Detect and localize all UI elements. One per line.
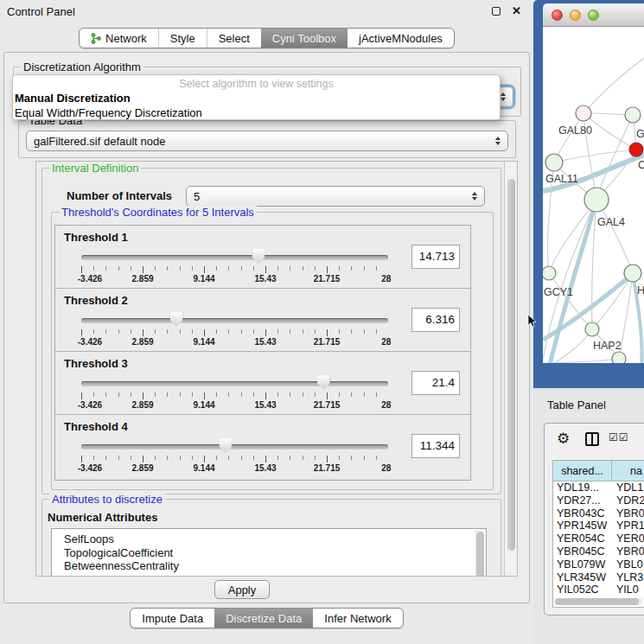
close-icon[interactable]: ✕: [512, 4, 521, 17]
maximize-traffic-light-icon[interactable]: [588, 10, 599, 21]
threshold-2-value-field[interactable]: 6.316: [411, 308, 460, 332]
table-row[interactable]: YIL052CYIL0: [553, 583, 644, 596]
tab-cyni-toolbox[interactable]: Cyni Toolbox: [261, 29, 348, 48]
dropdown-option-manual-discretization[interactable]: Manual Discretization: [15, 92, 131, 105]
table-row[interactable]: YBL079WYBL0: [553, 558, 644, 571]
discretization-algorithm-label: Discretization Algorithm: [21, 61, 143, 73]
node-table: shared... na YDL19...YDL1 YDR27...YDR2 Y…: [552, 460, 644, 608]
threshold-1-track[interactable]: [81, 255, 388, 260]
tick-marks-major: [81, 329, 388, 336]
node-bottom[interactable]: [612, 352, 626, 363]
node-gcy1[interactable]: [543, 266, 556, 280]
list-item[interactable]: BetweennessCentrality: [52, 559, 486, 573]
node-top-right[interactable]: [625, 107, 641, 123]
network-canvas[interactable]: GAL80 GA C GAL11 GAL4 GCY1 H HAP2: [543, 27, 644, 363]
tick-label: 21.715: [314, 337, 341, 347]
tab-jactivemnodules-label: jActiveMNodules: [359, 32, 443, 45]
node-hap2[interactable]: [585, 322, 599, 336]
threshold-3-track[interactable]: [81, 381, 388, 386]
cell[interactable]: YIL052C: [553, 583, 612, 596]
threshold-4-thumb[interactable]: [219, 438, 232, 453]
threshold-2-track[interactable]: [81, 318, 388, 323]
cell[interactable]: YLR3: [612, 571, 644, 584]
attributes-list-scrollbar[interactable]: [475, 530, 485, 577]
cell[interactable]: YBL079W: [553, 558, 612, 571]
threshold-2-slider[interactable]: -3.426 2.859 9.144 15.43 21.715 28: [81, 311, 388, 349]
cell[interactable]: YBL0: [612, 558, 644, 571]
gear-icon[interactable]: ⚙: [557, 430, 570, 448]
cell[interactable]: YDR2: [612, 494, 644, 507]
table-horizontal-scrollbar[interactable]: [555, 598, 642, 605]
table-row[interactable]: YDR27...YDR2: [553, 494, 644, 507]
cell[interactable]: YLR345W: [553, 571, 612, 584]
node-selected-red[interactable]: [629, 143, 643, 156]
cell[interactable]: YDL19...: [553, 481, 612, 494]
threshold-4-value-field[interactable]: 11.344: [411, 434, 460, 458]
tab-infer-network[interactable]: Infer Network: [313, 609, 402, 628]
scrollbar-thumb[interactable]: [555, 598, 639, 605]
threshold-1-value-field[interactable]: 14.713: [411, 245, 460, 269]
table-data-combobox[interactable]: galFiltered.sif default node: [26, 131, 508, 151]
node-label-partial-c: C: [638, 159, 644, 171]
network-graph: GAL80 GA C GAL11 GAL4 GCY1 H HAP2: [543, 27, 644, 363]
attributes-group: Attributes to discretize Numerical Attri…: [41, 499, 501, 577]
control-panel-title: Control Panel: [7, 5, 75, 18]
table-row[interactable]: YDL19...YDL1: [553, 481, 644, 494]
network-window-titlebar[interactable]: [543, 3, 644, 27]
tab-select[interactable]: Select: [207, 29, 261, 48]
tab-network[interactable]: Network: [80, 29, 158, 48]
threshold-1-slider[interactable]: -3.426 2.859 9.144 15.43 21.715 28: [81, 248, 388, 286]
list-item[interactable]: TopologicalCoefficient: [52, 546, 486, 560]
table-row[interactable]: YBR045CYBR0: [553, 545, 644, 558]
minimize-traffic-light-icon[interactable]: [570, 10, 581, 21]
threshold-3-slider[interactable]: -3.426 2.859 9.144 15.43 21.715 28: [81, 374, 388, 412]
cell[interactable]: YPR1: [612, 520, 644, 532]
cell[interactable]: YBR0: [612, 507, 644, 520]
number-of-intervals-label: Number of Intervals: [67, 189, 172, 202]
tab-style[interactable]: Style: [158, 29, 207, 48]
column-header-shared-name[interactable]: shared...: [553, 461, 612, 481]
threshold-4-slider[interactable]: -3.426 2.859 9.144 15.43 21.715 28: [81, 437, 388, 475]
tick-label: -3.426: [78, 337, 102, 347]
table-row[interactable]: YBR043CYBR0: [553, 507, 644, 520]
cell[interactable]: YDL1: [612, 481, 644, 494]
list-item[interactable]: SelfLoops: [52, 529, 486, 546]
tick-label: 21.715: [314, 463, 341, 473]
cell[interactable]: YBR0: [612, 545, 644, 558]
node-gal4[interactable]: [584, 188, 609, 212]
table-row[interactable]: YPR145WYPR1: [553, 520, 644, 532]
dropdown-option-equal-width[interactable]: Equal Width/Frequency Discretization: [15, 106, 202, 119]
threshold-2-thumb[interactable]: [170, 312, 183, 327]
scrollbar-thumb[interactable]: [507, 179, 515, 551]
threshold-4-track[interactable]: [81, 444, 388, 450]
split-column-icon[interactable]: [585, 432, 599, 446]
column-header-name[interactable]: na: [612, 461, 644, 481]
table-row[interactable]: YLR345WYLR3: [553, 571, 644, 584]
cell[interactable]: YBR043C: [553, 507, 612, 520]
tab-jactivemnodules[interactable]: jActiveMNodules: [348, 29, 454, 48]
node-gal80[interactable]: [576, 105, 591, 121]
table-row[interactable]: YER054CYER0: [553, 532, 644, 545]
cell[interactable]: YER0: [612, 532, 644, 545]
tab-discretize-data[interactable]: Discretize Data: [214, 609, 313, 628]
number-of-intervals-combobox[interactable]: 5: [186, 186, 485, 207]
cell[interactable]: YER054C: [553, 532, 612, 545]
cell[interactable]: YBR045C: [553, 545, 612, 558]
close-traffic-light-icon[interactable]: [552, 10, 563, 21]
node-gal11[interactable]: [545, 154, 563, 171]
threshold-3-thumb[interactable]: [317, 375, 330, 390]
select-columns-icon[interactable]: ☑☑: [609, 431, 629, 443]
numerical-attributes-list[interactable]: SelfLoops TopologicalCoefficient Between…: [51, 528, 487, 577]
node-label-hap2: HAP2: [593, 340, 622, 352]
cell[interactable]: YPR145W: [553, 520, 612, 532]
threshold-1-thumb[interactable]: [252, 249, 265, 264]
node-right[interactable]: [624, 265, 641, 282]
threshold-4-box: Threshold 4 -3.426 2.859: [55, 415, 470, 478]
settings-vertical-scrollbar[interactable]: [504, 162, 517, 576]
cell[interactable]: YIL0: [612, 583, 644, 596]
threshold-3-value-field[interactable]: 21.4: [411, 371, 460, 395]
apply-button[interactable]: Apply: [214, 580, 270, 599]
tab-impute-data[interactable]: Impute Data: [131, 609, 214, 628]
float-window-icon[interactable]: [492, 7, 501, 16]
cell[interactable]: YDR27...: [553, 494, 612, 507]
